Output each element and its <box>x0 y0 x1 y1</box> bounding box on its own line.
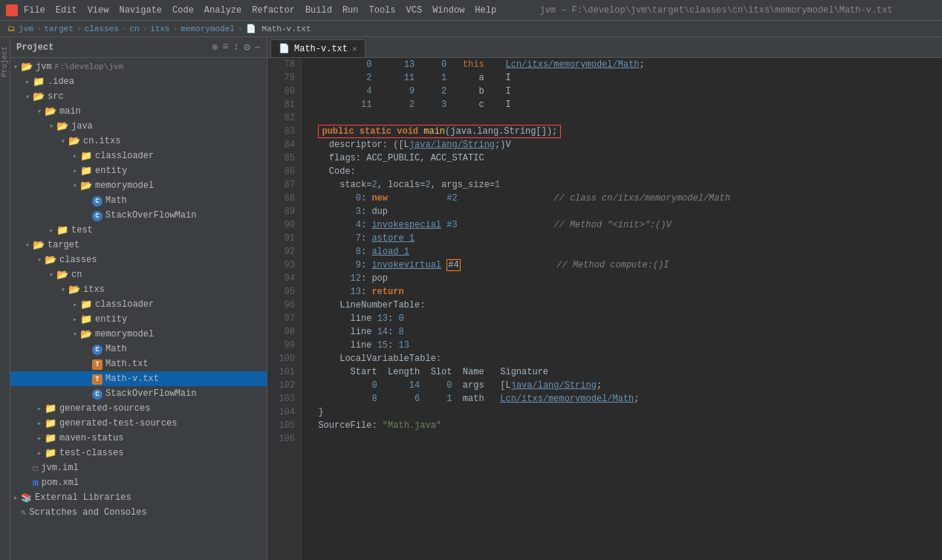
tree-icon: 📁 <box>45 432 56 444</box>
tree-item-math[interactable]: CMath <box>10 193 267 208</box>
tree-label: memorymodel <box>95 180 154 191</box>
collapse-icon[interactable]: ≡ <box>222 41 228 53</box>
menu-view[interactable]: View <box>88 5 109 16</box>
tree-item-target[interactable]: ▾📂target <box>10 238 267 253</box>
minimize-icon[interactable]: – <box>255 41 261 53</box>
menu-file[interactable]: File <box>24 5 45 16</box>
tree-item-pom-xml[interactable]: mpom.xml <box>10 475 267 490</box>
menu-tools[interactable]: Tools <box>369 5 396 16</box>
project-strip[interactable]: Project <box>0 37 10 560</box>
tree-item-generated-test-sources[interactable]: ▸📁generated-test-sources <box>10 416 267 431</box>
tree-item-math-v-txt[interactable]: TMath-v.txt <box>10 371 267 386</box>
tab-file-icon: 📄 <box>279 43 290 54</box>
tree-item-maven-status[interactable]: ▸📁maven-status <box>10 431 267 446</box>
tab-close-button[interactable]: ✕ <box>352 44 357 53</box>
tree-label: entity <box>95 314 127 325</box>
breadcrumb-jvm[interactable]: jvm <box>19 25 33 33</box>
tree-icon: 📁 <box>45 403 56 414</box>
line-num-98: 98 <box>270 325 295 339</box>
expand-icon[interactable]: ↕ <box>233 41 239 53</box>
tree-item-stackoverflowmain[interactable]: CStackOverFlowMain <box>10 386 267 401</box>
menu-window[interactable]: Window <box>432 5 464 16</box>
tree-item-cn[interactable]: ▾📂cn <box>10 267 267 282</box>
menu-analyze[interactable]: Analyze <box>204 5 241 16</box>
tree-icon: C <box>92 195 103 206</box>
tree-item-src[interactable]: ▾📂src <box>10 89 267 104</box>
tree-icon: 📂 <box>80 180 92 192</box>
sidebar-icons[interactable]: ⊕ ≡ ↕ ⚙ – <box>212 41 261 53</box>
tree-item-jvm[interactable]: ▾📂jvm F:\develop\jvm <box>10 59 267 74</box>
editor-content: 7879808182838485868788899091929394959697… <box>267 58 942 560</box>
tab-math-v-txt[interactable]: 📄 Math-v.txt ✕ <box>270 39 366 57</box>
tree-icon: 📂 <box>45 254 56 266</box>
tree-item-classloader[interactable]: ▸📁classloader <box>10 149 267 163</box>
menu-code[interactable]: Code <box>172 5 194 16</box>
tree-arrow: ▾ <box>34 255 45 264</box>
menu-build[interactable]: Build <box>305 5 332 16</box>
tree-arrow: ▾ <box>22 241 33 250</box>
breadcrumb-classes[interactable]: classes <box>85 25 119 33</box>
tree-arrow: ▸ <box>10 493 21 502</box>
tree-item-math-txt[interactable]: TMath.txt <box>10 356 267 371</box>
tree-label: target <box>48 240 79 250</box>
breadcrumb-memorymodel[interactable]: memorymodel <box>181 25 235 33</box>
line-num-92: 92 <box>270 245 295 258</box>
breadcrumb-target[interactable]: target <box>44 25 74 33</box>
tree-arrow: ▸ <box>34 434 45 443</box>
tree-item-entity[interactable]: ▸📁entity <box>10 163 267 178</box>
tree-icon: 📁 <box>80 150 92 162</box>
locate-icon[interactable]: ⊕ <box>212 41 218 53</box>
tree-item-entity[interactable]: ▸📁entity <box>10 312 267 327</box>
tree-label: Math <box>105 344 127 354</box>
line-num-78: 78 <box>270 58 295 71</box>
tree-item-java[interactable]: ▾📂java <box>10 119 267 134</box>
code-view[interactable]: 0 13 0 this Lcn/itxs/memorymodel/Math; 2… <box>302 58 942 560</box>
tree-item-memorymodel[interactable]: ▾📂memorymodel <box>10 178 267 193</box>
tree-item-jvm-iml[interactable]: ◻jvm.iml <box>10 460 267 475</box>
tree-item--idea[interactable]: ▸📁.idea <box>10 74 267 89</box>
tree-label: StackOverFlowMain <box>105 210 196 221</box>
breadcrumb-itxs[interactable]: itxs <box>150 25 169 33</box>
line-num-96: 96 <box>270 299 295 312</box>
tree-item-classes[interactable]: ▾📂classes <box>10 253 267 267</box>
menu-vcs[interactable]: VCS <box>406 5 423 16</box>
breadcrumb-cn[interactable]: cn <box>129 25 139 33</box>
menu-run[interactable]: Run <box>342 5 359 16</box>
menu-refactor[interactable]: Refactor <box>252 5 295 16</box>
tree-item-external-libraries[interactable]: ▸📚External Libraries <box>10 490 267 505</box>
menu-edit[interactable]: Edit <box>56 5 77 16</box>
tree-item-math[interactable]: CMath <box>10 342 267 356</box>
menu-bar[interactable]: FileEditViewNavigateCodeAnalyzeRefactorB… <box>24 5 496 16</box>
tree-item-itxs[interactable]: ▾📂itxs <box>10 282 267 297</box>
line-num-82: 82 <box>270 111 295 125</box>
settings-icon[interactable]: ⚙ <box>244 41 250 53</box>
tree-item-generated-sources[interactable]: ▸📁generated-sources <box>10 401 267 416</box>
tree-label: jvm.iml <box>41 463 78 473</box>
tree-item-classloader[interactable]: ▸📁classloader <box>10 297 267 312</box>
breadcrumb-file[interactable]: Math-v.txt <box>262 25 311 33</box>
tree-label: generated-test-sources <box>59 418 177 429</box>
tree-item-memorymodel[interactable]: ▾📂memorymodel <box>10 327 267 342</box>
tree-item-cn-itxs[interactable]: ▾📂cn.itxs <box>10 134 267 149</box>
tree-item-stackoverflowmain[interactable]: CStackOverFlowMain <box>10 208 267 223</box>
tree-label: java <box>71 121 93 131</box>
line-num-105: 105 <box>270 419 295 432</box>
titlebar: FileEditViewNavigateCodeAnalyzeRefactorB… <box>0 0 942 21</box>
tree-item-scratches-and-consoles[interactable]: ✎Scratches and Consoles <box>10 505 267 520</box>
sidebar: Project ⊕ ≡ ↕ ⚙ – ▾📂jvm F:\develop\jvm▸📁… <box>10 37 267 560</box>
tree-icon: T <box>92 374 103 385</box>
line-num-81: 81 <box>270 98 295 111</box>
tree-label: maven-status <box>59 433 123 443</box>
tab-label: Math-v.txt <box>294 44 348 54</box>
tree-arrow: ▾ <box>46 122 56 131</box>
tree-arrow: ▾ <box>70 181 80 190</box>
tree-item-test[interactable]: ▸📁test <box>10 223 267 238</box>
menu-help[interactable]: Help <box>475 5 496 16</box>
tree-item-test-classes[interactable]: ▸📁test-classes <box>10 446 267 460</box>
tree-arrow: ▸ <box>70 300 80 309</box>
tree-item-main[interactable]: ▾📂main <box>10 104 267 119</box>
project-label[interactable]: Project <box>1 46 9 77</box>
tree-label: classloader <box>95 151 154 161</box>
line-num-87: 87 <box>270 178 295 192</box>
menu-navigate[interactable]: Navigate <box>119 5 162 16</box>
